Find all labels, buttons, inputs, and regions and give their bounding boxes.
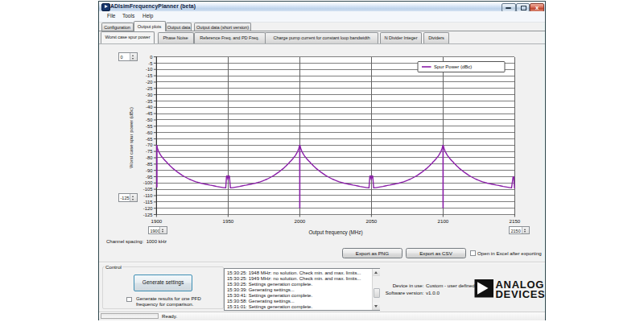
svg-text:-90: -90	[146, 168, 152, 173]
svg-text:-75: -75	[146, 149, 152, 154]
svg-text:1900: 1900	[151, 218, 163, 224]
svg-text:-115: -115	[143, 200, 152, 204]
svg-text:-10: -10	[146, 67, 152, 72]
svg-text:2100: 2100	[438, 218, 449, 224]
svg-text:Output frequency (MHz): Output frequency (MHz)	[308, 229, 362, 236]
svg-text:-45: -45	[146, 111, 152, 116]
svg-text:-110: -110	[143, 193, 152, 198]
svg-text:-40: -40	[146, 105, 152, 109]
svg-text:-55: -55	[146, 124, 152, 129]
svg-text:-95: -95	[146, 175, 152, 180]
svg-text:-70: -70	[146, 142, 152, 147]
svg-text:-105: -105	[143, 187, 153, 192]
svg-text:2150: 2150	[510, 218, 521, 224]
svg-text:-5: -5	[148, 61, 152, 66]
svg-text:-35: -35	[146, 99, 152, 104]
svg-text:-100: -100	[143, 180, 153, 185]
svg-text:-60: -60	[146, 130, 152, 135]
svg-text:2000: 2000	[295, 218, 306, 224]
svg-text:-120: -120	[143, 206, 153, 211]
svg-text:-25: -25	[146, 86, 152, 91]
svg-text:-125: -125	[143, 213, 153, 217]
svg-text:Spur Power (dBc): Spur Power (dBc)	[434, 64, 472, 69]
svg-text:-30: -30	[146, 93, 152, 97]
svg-text:-65: -65	[146, 137, 152, 142]
svg-text:DEVICES: DEVICES	[496, 288, 546, 299]
svg-text:-15: -15	[146, 73, 152, 78]
svg-text:2050: 2050	[366, 218, 378, 224]
svg-text:0: 0	[150, 55, 152, 60]
svg-text:-85: -85	[146, 162, 152, 167]
svg-text:-80: -80	[146, 155, 152, 160]
svg-text:Worst case spur power (dBc): Worst case spur power (dBc)	[129, 107, 134, 168]
svg-text:-50: -50	[146, 118, 152, 122]
svg-text:-20: -20	[146, 80, 152, 85]
svg-text:1950: 1950	[223, 218, 234, 224]
